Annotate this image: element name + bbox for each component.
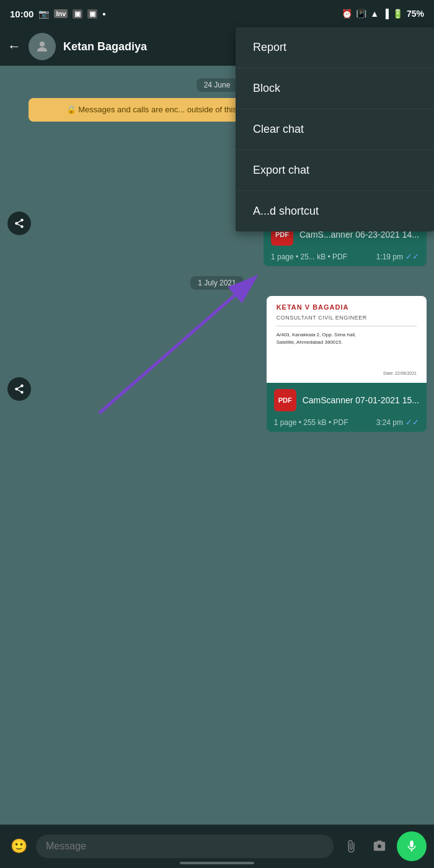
camera-button[interactable]: [368, 835, 391, 857]
menu-item-export-chat[interactable]: Export chat: [236, 150, 434, 191]
dot-indicator: •: [102, 9, 105, 19]
home-indicator: [180, 862, 254, 864]
file-info-2: PDF CamScanner 07-01-2021 15...: [267, 383, 427, 416]
battery-icon: 🔋: [392, 9, 403, 19]
msg-meta-2: 1 page • 255 kB • PDF 3:24 pm ✓✓: [267, 416, 427, 432]
message-2: KETAN V BAGADIA CONSULTANT CIVIL ENGINEE…: [7, 296, 427, 432]
inv-icon: Inv: [54, 9, 68, 18]
menu-item-report[interactable]: Report: [236, 27, 434, 68]
message-bubble-2[interactable]: KETAN V BAGADIA CONSULTANT CIVIL ENGINEE…: [267, 296, 427, 432]
dropdown-menu: Report Block Clear chat Export chat A...…: [236, 27, 434, 231]
read-ticks-1: ✓✓: [405, 252, 419, 261]
doc-title-2: KETAN V BAGADIA: [277, 303, 417, 311]
vibrate-icon: 📳: [356, 9, 366, 19]
instagram-icon: 📷: [38, 9, 49, 19]
app-icon-1: ▣: [73, 9, 82, 19]
svg-point-0: [40, 42, 45, 47]
status-right: ⏰ 📳 ▲ ▐ 🔋 75%: [342, 9, 424, 19]
emoji-button[interactable]: 🙂: [7, 835, 30, 857]
wifi-icon: ▲: [370, 9, 379, 19]
battery-percent: 75%: [407, 9, 424, 19]
file-name-2: CamScanner 07-01-2021 15...: [303, 395, 419, 405]
pdf-icon-2: PDF: [274, 389, 296, 411]
back-button[interactable]: ←: [7, 38, 21, 55]
doc-subtitle-2: CONSULTANT CIVIL ENGINEER: [277, 315, 417, 321]
time-display: 10:00: [10, 9, 33, 19]
share-button-2[interactable]: [7, 377, 31, 401]
file-meta-2: 1 page • 255 kB • PDF: [274, 418, 348, 427]
msg-time-2: 3:24 pm ✓✓: [376, 418, 419, 427]
date-badge-july: 1 July 2021: [7, 276, 427, 290]
status-bar: 10:00 📷 Inv ▣ ▣ • ⏰ 📳 ▲ ▐ 🔋 75%: [0, 0, 434, 27]
menu-item-block[interactable]: Block: [236, 68, 434, 109]
status-left: 10:00 📷 Inv ▣ ▣ •: [10, 9, 106, 19]
doc-date-2: Date: 22/06/2021: [277, 371, 417, 375]
file-meta-1: 1 page • 25... kB • PDF: [271, 253, 347, 261]
read-ticks-2: ✓✓: [405, 418, 419, 427]
app-icon-2: ▣: [87, 9, 97, 19]
msg-meta-1: 1 page • 25... kB • PDF 1:19 pm ✓✓: [264, 251, 427, 266]
avatar: [29, 33, 56, 60]
doc-address-2: A/403, Kanakkala 2, Opp. Sima hall,Satel…: [277, 331, 417, 346]
mic-button[interactable]: [397, 831, 427, 861]
attach-button[interactable]: [340, 835, 362, 857]
menu-item-add-shortcut[interactable]: A...d shortcut: [236, 191, 434, 231]
signal-icon: ▐: [383, 9, 389, 19]
menu-item-clear-chat[interactable]: Clear chat: [236, 109, 434, 150]
alarm-icon: ⏰: [342, 9, 352, 19]
msg-time-1: 1:19 pm ✓✓: [376, 252, 419, 261]
message-input[interactable]: [36, 834, 334, 858]
doc-preview-2: KETAN V BAGADIA CONSULTANT CIVIL ENGINEE…: [267, 296, 427, 383]
share-button-1[interactable]: [7, 212, 31, 235]
